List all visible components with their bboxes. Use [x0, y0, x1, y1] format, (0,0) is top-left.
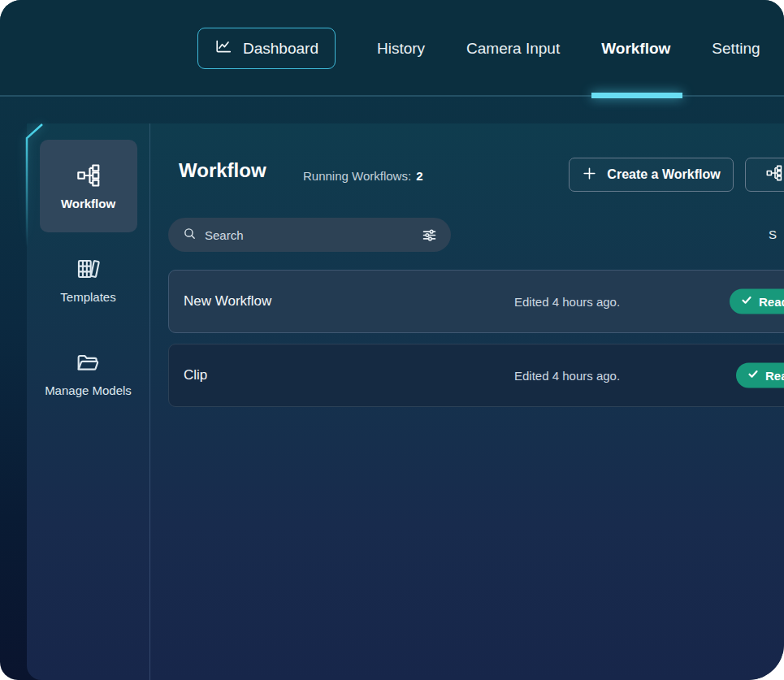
folder-icon — [75, 349, 101, 375]
sidebar: Workflow Templates Manage Models — [27, 123, 150, 680]
create-workflow-button[interactable]: Create a Workflow — [569, 158, 734, 192]
workflow-icon-button[interactable] — [745, 158, 784, 192]
workflow-edited-time: Edited 4 hours ago. — [514, 295, 620, 309]
search-input[interactable] — [205, 228, 421, 242]
sort-label[interactable]: S — [769, 227, 777, 241]
active-tab-underline — [591, 93, 682, 98]
plus-icon — [582, 166, 597, 184]
workflow-row[interactable]: Clip Edited 4 hours ago. Ready — [168, 344, 784, 407]
tab-dashboard-label: Dashboard — [243, 40, 318, 58]
workflow-icon — [76, 162, 102, 188]
check-icon — [747, 369, 759, 383]
check-icon — [741, 295, 752, 309]
filter-sliders-icon[interactable] — [421, 227, 438, 244]
chart-line-icon — [214, 37, 232, 59]
sidebar-item-label: Workflow — [61, 197, 115, 210]
sidebar-item-templates[interactable]: Templates — [60, 256, 115, 304]
search-icon — [183, 227, 197, 244]
tab-workflow[interactable]: Workflow — [601, 0, 670, 97]
workflow-icon — [765, 164, 783, 185]
workflow-name: Clip — [184, 367, 207, 383]
tab-dashboard[interactable]: Dashboard — [197, 28, 336, 69]
workflow-name: New Workflow — [184, 293, 271, 310]
running-workflows-count: 2 — [416, 169, 422, 183]
page-title: Workflow — [179, 159, 266, 182]
content-area: Workflow Running Workflows:2 Create a Wo… — [150, 123, 784, 680]
tab-history[interactable]: History — [377, 0, 425, 97]
tab-setting[interactable]: Setting — [712, 0, 760, 97]
sidebar-item-workflow[interactable]: Workflow — [40, 140, 137, 232]
templates-icon — [76, 256, 102, 282]
status-badge: Ready — [736, 363, 784, 388]
sidebar-item-label: Templates — [60, 290, 115, 304]
workflow-row[interactable]: New Workflow Edited 4 hours ago. Ready — [168, 270, 784, 333]
sidebar-item-manage-models[interactable]: Manage Models — [45, 349, 132, 397]
app-window: Dashboard History Camera Input Workflow … — [0, 0, 784, 680]
tab-camera-input[interactable]: Camera Input — [466, 0, 560, 97]
top-bar: Dashboard History Camera Input Workflow … — [0, 0, 784, 97]
status-badge: Ready — [730, 289, 784, 314]
top-nav: Dashboard History Camera Input Workflow … — [197, 0, 760, 97]
running-workflows-status: Running Workflows:2 — [303, 169, 422, 183]
sidebar-item-label: Manage Models — [45, 383, 132, 397]
search-bar[interactable] — [168, 218, 451, 252]
workflow-edited-time: Edited 4 hours ago. — [514, 369, 620, 383]
